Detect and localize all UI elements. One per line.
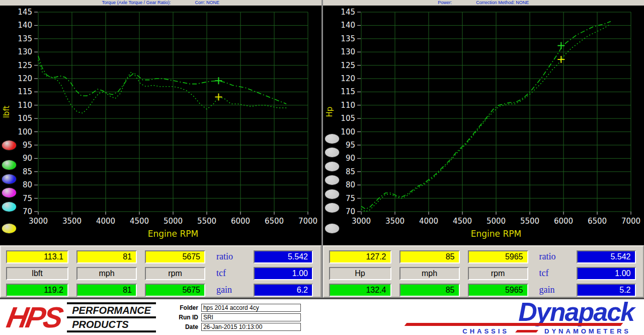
dynapack-logo: Dynapack CHASSIS DYNAMOMETERS [406,299,634,335]
torque-run-button-3[interactable] [2,174,17,184]
power-tcf-label: tcf [536,267,569,280]
svg-text:lbft: lbft [2,106,11,118]
power-run-speed-cell: 85 [399,284,460,297]
run-id-field-row: Run ID SRI [173,313,301,321]
dynapack-dynamometers-text: DYNAMOMETERS [544,327,631,335]
svg-text:80: 80 [345,180,355,189]
svg-text:95: 95 [23,141,32,150]
svg-text:100: 100 [341,127,355,137]
power-gain-label: gain [536,284,569,297]
power-run-button-7[interactable] [325,223,340,234]
dynapack-swoosh [405,323,623,326]
svg-text:130: 130 [341,47,355,56]
torque-speed-unit-label: mph [76,267,137,280]
hps-performance-text: PERFORMANCE [67,304,156,318]
svg-text:6000: 6000 [231,217,250,226]
torque-run-speed-cell: 81 [76,284,137,297]
hps-products-text: PRODUCTS [67,318,156,330]
svg-text:140: 140 [18,21,32,30]
svg-text:90: 90 [23,154,32,163]
svg-text:4000: 4000 [96,217,115,226]
power-cursor-value-cell: 127.2 [329,250,391,263]
svg-text:125: 125 [18,61,32,70]
svg-text:Hp: Hp [325,107,334,117]
svg-text:4500: 4500 [452,217,471,226]
svg-text:105: 105 [18,114,32,123]
svg-text:135: 135 [18,34,32,43]
hps-logo-words: PERFORMANCE PRODUCTS [67,302,156,332]
torque-run-button-5[interactable] [2,202,17,212]
svg-text:70: 70 [23,207,32,216]
torque-ratio-value-cell: 5.542 [254,250,313,263]
dynapack-subtitle: CHASSIS DYNAMOMETERS [462,327,631,335]
footer: HPS PERFORMANCE PRODUCTS Folder hps 2014… [0,298,644,335]
hps-logo-text: HPS [5,303,63,332]
readouts-row: 113.1 81 5675 ratio 5.542 lbft mph rpm t… [0,245,644,298]
svg-text:3500: 3500 [62,217,82,226]
power-rpm-unit-label: rpm [468,267,528,280]
torque-tcf-label: tcf [213,267,246,280]
torque-run-button-4[interactable] [2,187,17,198]
svg-text:Engine RPM: Engine RPM [470,229,521,239]
run-id-label: Run ID [173,314,198,321]
power-run-button-6[interactable] [325,203,340,213]
torque-chart[interactable]: 7075808590951001051101151201251301351401… [0,6,321,245]
svg-text:7000: 7000 [621,217,640,226]
power-run-button-5[interactable] [325,189,340,199]
svg-text:6000: 6000 [553,217,573,226]
date-input[interactable]: 26-Jan-2015 10:13:00 [201,323,301,331]
svg-text:6500: 6500 [265,217,284,226]
power-run-button-3[interactable] [325,161,340,172]
power-chart-correction: Correction Method: NONE [476,0,529,6]
charts-row: Torque (Axle Torque / Gear Ratio): Corr:… [0,0,644,245]
run-info-fields: Folder hps 2014 accord 4cy Run ID SRI Da… [173,304,301,331]
svg-text:5500: 5500 [197,217,216,226]
folder-field-row: Folder hps 2014 accord 4cy [173,304,301,312]
folder-input[interactable]: hps 2014 accord 4cy [201,304,301,312]
svg-text:5500: 5500 [520,217,539,226]
power-run-button-1[interactable] [325,133,340,144]
svg-text:7000: 7000 [298,217,317,226]
svg-text:6500: 6500 [587,217,606,226]
power-ratio-value-cell: 5.542 [577,250,636,263]
svg-text:5000: 5000 [164,217,183,226]
svg-text:3500: 3500 [385,217,404,226]
svg-text:85: 85 [345,167,355,176]
power-run-rpm-cell: 5965 [468,284,528,297]
svg-text:80: 80 [23,180,32,189]
power-run-value-cell: 132.4 [329,284,391,297]
torque-chart-correction: Corr: NONE [195,0,219,6]
torque-run-button-1[interactable] [2,140,17,151]
torque-chart-panel: Torque (Axle Torque / Gear Ratio): Corr:… [0,0,321,245]
torque-chart-header: Torque (Axle Torque / Gear Ratio): Corr:… [0,0,321,6]
run-id-input[interactable]: SRI [201,313,301,321]
svg-text:110: 110 [18,101,32,110]
power-run-button-2[interactable] [325,147,340,158]
power-cursor-speed-cell: 85 [399,250,460,263]
svg-text:75: 75 [345,194,355,203]
torque-run-button-2[interactable] [2,160,17,170]
svg-text:145: 145 [341,8,355,17]
torque-chart-area: 7075808590951001051101151201251301351401… [0,6,321,245]
svg-text:130: 130 [18,47,32,56]
power-tcf-value-cell: 1.00 [577,267,636,280]
svg-text:100: 100 [18,127,32,137]
torque-run-button-6[interactable] [2,223,17,234]
torque-rpm-unit-label: rpm [145,267,205,280]
power-cursor-rpm-cell: 5965 [468,250,528,263]
power-run-button-4[interactable] [325,175,340,185]
power-chart[interactable]: 7075808590951001051101151201251301351401… [323,6,644,245]
dynapack-logo-text: Dynapack [518,299,634,324]
power-chart-area: 7075808590951001051101151201251301351401… [323,6,644,245]
power-speed-unit-label: mph [399,267,460,280]
svg-text:90: 90 [345,154,355,163]
torque-tcf-value-cell: 1.00 [254,267,313,280]
torque-ratio-label: ratio [213,250,246,263]
date-label: Date [173,323,198,330]
svg-text:125: 125 [341,61,355,70]
hps-logo: HPS PERFORMANCE PRODUCTS [7,302,156,332]
svg-text:120: 120 [341,74,355,83]
power-chart-title: Power: [438,0,452,6]
torque-chart-title: Torque (Axle Torque / Gear Ratio): [102,0,171,6]
svg-text:3000: 3000 [351,217,370,226]
